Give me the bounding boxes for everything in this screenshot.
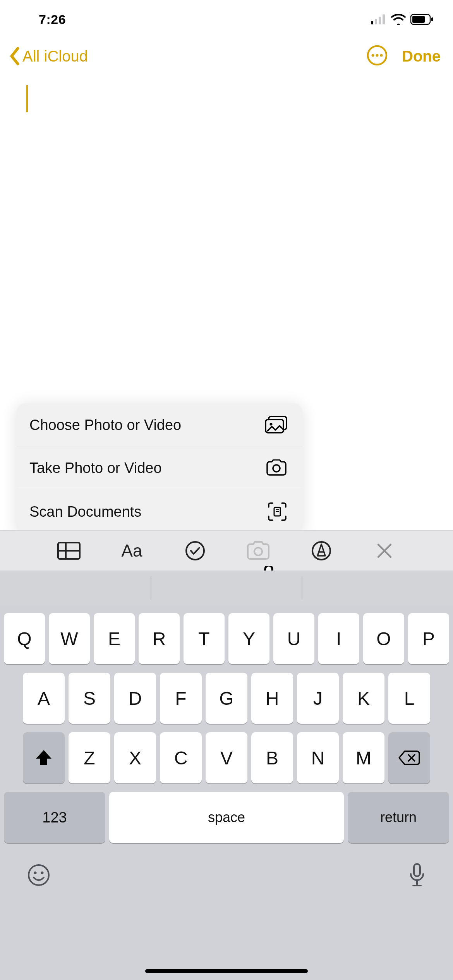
shift-key[interactable] xyxy=(23,732,65,783)
key-y[interactable]: Y xyxy=(228,613,269,664)
ellipsis-circle-icon xyxy=(366,45,388,66)
svg-point-25 xyxy=(29,865,49,885)
chevron-left-icon xyxy=(9,47,20,65)
attach-menu: Choose Photo or Video Take Photo or Vide… xyxy=(16,403,303,534)
menu-item-take-photo[interactable]: Take Photo or Video xyxy=(16,447,303,489)
table-button[interactable] xyxy=(55,537,82,564)
more-button[interactable] xyxy=(366,45,388,68)
back-label: All iCloud xyxy=(22,48,88,65)
key-p[interactable]: P xyxy=(408,613,449,664)
key-f[interactable]: F xyxy=(160,673,202,724)
keyboard-suggestion-bar xyxy=(0,571,453,605)
svg-rect-0 xyxy=(371,21,373,24)
menu-item-scan-documents[interactable]: Scan Documents xyxy=(16,489,303,534)
key-d[interactable]: D xyxy=(114,673,156,724)
shift-icon xyxy=(34,749,53,767)
key-x[interactable]: X xyxy=(114,732,156,783)
checkmark-circle-icon xyxy=(185,540,206,561)
menu-item-label: Take Photo or Video xyxy=(29,460,162,476)
svg-point-14 xyxy=(273,465,280,472)
format-toolbar: Aa xyxy=(0,530,453,571)
key-r[interactable]: R xyxy=(139,613,180,664)
suggestion-slot[interactable] xyxy=(302,576,453,600)
cellular-icon xyxy=(371,14,386,24)
key-o[interactable]: O xyxy=(363,613,404,664)
key-l[interactable]: L xyxy=(388,673,430,724)
key-v[interactable]: V xyxy=(206,732,247,783)
suggestion-slot[interactable] xyxy=(0,576,151,600)
table-icon xyxy=(57,541,81,560)
key-w[interactable]: W xyxy=(49,613,90,664)
text-cursor xyxy=(26,85,28,112)
key-i[interactable]: I xyxy=(318,613,359,664)
key-g[interactable]: G xyxy=(206,673,247,724)
return-key[interactable]: return xyxy=(348,792,449,843)
status-indicators xyxy=(371,14,434,25)
key-t[interactable]: T xyxy=(184,613,225,664)
backspace-key[interactable] xyxy=(388,732,430,783)
svg-point-27 xyxy=(41,872,44,874)
status-bar: 7:26 xyxy=(0,0,453,39)
key-b[interactable]: B xyxy=(251,732,293,783)
svg-rect-2 xyxy=(379,17,381,24)
markup-button[interactable] xyxy=(308,537,335,564)
key-s[interactable]: S xyxy=(69,673,110,724)
suggestion-slot[interactable] xyxy=(151,576,303,600)
close-icon xyxy=(376,542,393,559)
wifi-icon xyxy=(391,14,406,25)
emoji-icon xyxy=(27,863,50,887)
photos-icon xyxy=(265,416,287,434)
key-e[interactable]: E xyxy=(94,613,135,664)
done-button[interactable]: Done xyxy=(402,48,441,65)
key-h[interactable]: H xyxy=(251,673,293,724)
emoji-button[interactable] xyxy=(27,863,50,888)
camera-icon xyxy=(266,459,287,476)
status-time: 7:26 xyxy=(39,12,66,27)
nav-bar: All iCloud Done xyxy=(0,39,453,74)
key-c[interactable]: C xyxy=(160,732,202,783)
svg-rect-5 xyxy=(412,16,425,23)
camera-icon xyxy=(246,541,271,560)
text-style-button[interactable]: Aa xyxy=(118,537,146,564)
checklist-button[interactable] xyxy=(182,537,209,564)
key-j[interactable]: J xyxy=(297,673,339,724)
numbers-key[interactable]: 123 xyxy=(4,792,105,843)
key-z[interactable]: Z xyxy=(69,732,110,783)
key-m[interactable]: M xyxy=(343,732,384,783)
svg-point-21 xyxy=(186,542,204,560)
svg-point-26 xyxy=(34,872,37,874)
space-key[interactable]: space xyxy=(109,792,344,843)
svg-point-10 xyxy=(380,54,383,57)
svg-point-13 xyxy=(270,423,273,426)
svg-rect-3 xyxy=(383,14,385,24)
key-a[interactable]: A xyxy=(23,673,65,724)
key-k[interactable]: K xyxy=(343,673,384,724)
close-toolbar-button[interactable] xyxy=(371,537,398,564)
microphone-icon xyxy=(408,862,426,888)
scan-doc-icon xyxy=(267,502,287,522)
menu-item-label: Choose Photo or Video xyxy=(29,417,181,433)
key-u[interactable]: U xyxy=(273,613,314,664)
svg-rect-1 xyxy=(375,19,377,24)
svg-point-9 xyxy=(376,54,379,57)
menu-item-choose-photo[interactable]: Choose Photo or Video xyxy=(16,403,303,447)
keyboard: Q W E R T Y U I O P A S D F G H J K L Z … xyxy=(0,605,453,980)
back-button[interactable]: All iCloud xyxy=(9,47,88,65)
dictation-button[interactable] xyxy=(408,862,426,889)
svg-point-8 xyxy=(372,54,374,57)
backspace-icon xyxy=(398,750,421,766)
pencil-circle-icon xyxy=(311,540,332,561)
key-n[interactable]: N xyxy=(297,732,339,783)
menu-item-label: Scan Documents xyxy=(29,504,141,520)
key-q[interactable]: Q xyxy=(4,613,45,664)
svg-point-22 xyxy=(254,548,262,555)
svg-rect-28 xyxy=(414,864,420,876)
svg-rect-6 xyxy=(431,17,433,21)
home-indicator[interactable] xyxy=(145,969,308,973)
battery-icon xyxy=(410,14,434,25)
camera-button[interactable] xyxy=(245,537,272,564)
